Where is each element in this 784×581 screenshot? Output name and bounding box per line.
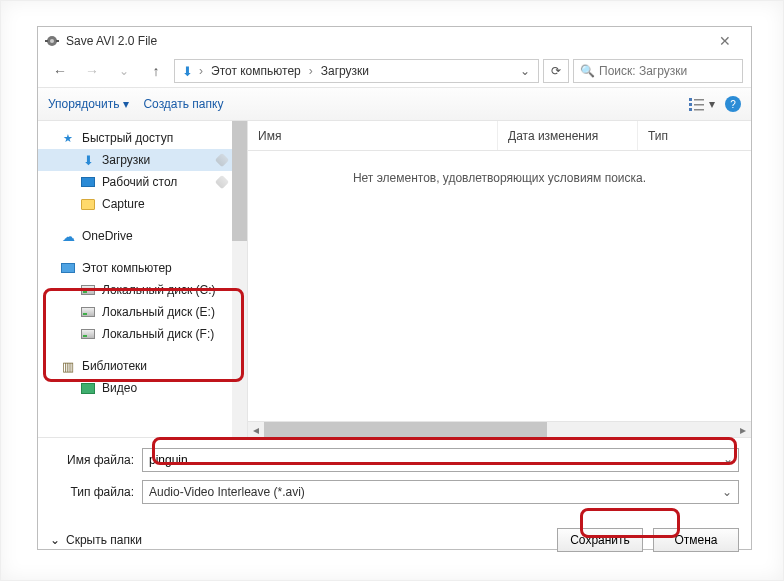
search-icon: 🔍 bbox=[580, 64, 595, 78]
forward-button[interactable]: → bbox=[78, 59, 106, 83]
tree-desktop[interactable]: Рабочий стол bbox=[38, 171, 247, 193]
toolbar: Упорядочить ▾ Создать папку ▾ ? bbox=[38, 87, 751, 121]
dialog-footer: ⌄ Скрыть папки Сохранить Отмена bbox=[38, 520, 751, 564]
refresh-icon: ⟳ bbox=[551, 64, 561, 78]
svg-rect-4 bbox=[689, 98, 692, 101]
back-button[interactable]: ← bbox=[46, 59, 74, 83]
breadcrumb-root[interactable]: Этот компьютер bbox=[207, 64, 305, 78]
arrow-right-icon: → bbox=[85, 63, 99, 79]
svg-rect-2 bbox=[45, 40, 48, 42]
new-folder-button[interactable]: Создать папку bbox=[143, 97, 223, 111]
arrow-up-icon: ↑ bbox=[153, 63, 160, 79]
up-button[interactable]: ↑ bbox=[142, 59, 170, 83]
window-title: Save AVI 2.0 File bbox=[66, 34, 157, 48]
view-options-button[interactable]: ▾ bbox=[689, 97, 715, 111]
file-form: Имя файла: ⌄ Тип файла: Audio-Video Inte… bbox=[38, 438, 751, 520]
organize-menu[interactable]: Упорядочить ▾ bbox=[48, 97, 129, 111]
help-button[interactable]: ? bbox=[725, 96, 741, 112]
column-name[interactable]: Имя bbox=[248, 121, 498, 150]
tree-label: Этот компьютер bbox=[82, 261, 172, 275]
drive-icon bbox=[80, 304, 96, 320]
tree-label: OneDrive bbox=[82, 229, 133, 243]
recent-button[interactable]: ⌄ bbox=[110, 59, 138, 83]
pc-icon bbox=[60, 260, 76, 276]
breadcrumb-current[interactable]: Загрузки bbox=[317, 64, 373, 78]
tree-label: Capture bbox=[102, 197, 145, 211]
new-folder-label: Создать папку bbox=[143, 97, 223, 111]
app-icon bbox=[44, 33, 60, 49]
tree-drive-c[interactable]: Локальный диск (C:) bbox=[38, 279, 247, 301]
save-button[interactable]: Сохранить bbox=[557, 528, 643, 552]
filetype-label: Тип файла: bbox=[50, 485, 142, 499]
scroll-track[interactable] bbox=[264, 422, 735, 437]
download-icon: ⬇ bbox=[80, 152, 96, 168]
column-headers: Имя Дата изменения Тип bbox=[248, 121, 751, 151]
library-icon: ▥ bbox=[60, 358, 76, 374]
tree-label: Библиотеки bbox=[82, 359, 147, 373]
scroll-left-icon[interactable]: ◂ bbox=[248, 423, 264, 437]
tree-videos[interactable]: Видео bbox=[38, 377, 247, 399]
sidebar-scrollbar[interactable] bbox=[232, 121, 247, 437]
tree-drive-e[interactable]: Локальный диск (E:) bbox=[38, 301, 247, 323]
empty-message: Нет элементов, удовлетворяющих условиям … bbox=[248, 151, 751, 421]
tree-quick-access[interactable]: ★ Быстрый доступ bbox=[38, 127, 247, 149]
tree-downloads[interactable]: ⬇ Загрузки bbox=[38, 149, 247, 171]
svg-point-1 bbox=[50, 39, 54, 43]
search-input[interactable] bbox=[599, 64, 736, 78]
svg-rect-9 bbox=[694, 109, 704, 111]
filename-dropdown[interactable]: ⌄ bbox=[723, 452, 733, 466]
breadcrumb-dropdown[interactable]: ⌄ bbox=[516, 64, 534, 78]
tree-drive-f[interactable]: Локальный диск (F:) bbox=[38, 323, 247, 345]
tree-onedrive[interactable]: ☁ OneDrive bbox=[38, 225, 247, 247]
filename-label: Имя файла: bbox=[50, 453, 142, 467]
tree-libraries[interactable]: ▥ Библиотеки bbox=[38, 355, 247, 377]
close-icon: ✕ bbox=[719, 33, 731, 49]
refresh-button[interactable]: ⟳ bbox=[543, 59, 569, 83]
file-list-pane: Имя Дата изменения Тип Нет элементов, уд… bbox=[248, 121, 751, 437]
horizontal-scrollbar[interactable]: ◂ ▸ bbox=[248, 421, 751, 437]
arrow-left-icon: ← bbox=[53, 63, 67, 79]
tree-label: Загрузки bbox=[102, 153, 150, 167]
close-button[interactable]: ✕ bbox=[705, 27, 745, 55]
chevron-right-icon: › bbox=[307, 64, 315, 78]
tree-label: Быстрый доступ bbox=[82, 131, 173, 145]
chevron-right-icon: › bbox=[197, 64, 205, 78]
chevron-down-icon: ⌄ bbox=[722, 485, 732, 499]
search-box[interactable]: 🔍 bbox=[573, 59, 743, 83]
cancel-button[interactable]: Отмена bbox=[653, 528, 739, 552]
svg-rect-8 bbox=[694, 104, 704, 106]
folder-icon bbox=[80, 196, 96, 212]
svg-rect-5 bbox=[689, 103, 692, 106]
drive-icon bbox=[80, 326, 96, 342]
location-icon: ⬇ bbox=[179, 63, 195, 79]
tree-label: Локальный диск (F:) bbox=[102, 327, 214, 341]
chevron-down-icon: ⌄ bbox=[50, 533, 60, 547]
save-dialog: Save AVI 2.0 File ✕ ← → ⌄ ↑ ⬇ › Этот ком… bbox=[37, 26, 752, 550]
dropdown-arrow-icon: ▾ bbox=[709, 97, 715, 111]
column-date[interactable]: Дата изменения bbox=[498, 121, 638, 150]
filename-input[interactable] bbox=[142, 448, 739, 472]
tree-this-pc[interactable]: Этот компьютер bbox=[38, 257, 247, 279]
svg-rect-7 bbox=[694, 99, 704, 101]
navigation-bar: ← → ⌄ ↑ ⬇ › Этот компьютер › Загрузки ⌄ … bbox=[38, 55, 751, 87]
tree-label: Рабочий стол bbox=[102, 175, 177, 189]
navigation-tree: ★ Быстрый доступ ⬇ Загрузки Рабочий стол… bbox=[38, 121, 248, 437]
scroll-thumb[interactable] bbox=[264, 422, 547, 437]
dropdown-arrow-icon: ▾ bbox=[123, 97, 129, 111]
title-bar: Save AVI 2.0 File ✕ bbox=[38, 27, 751, 55]
dialog-body: ★ Быстрый доступ ⬇ Загрузки Рабочий стол… bbox=[38, 121, 751, 437]
svg-rect-6 bbox=[689, 108, 692, 111]
breadcrumb[interactable]: ⬇ › Этот компьютер › Загрузки ⌄ bbox=[174, 59, 539, 83]
tree-capture[interactable]: Capture bbox=[38, 193, 247, 215]
column-type[interactable]: Тип bbox=[638, 121, 751, 150]
filetype-value: Audio-Video Interleave (*.avi) bbox=[149, 485, 305, 499]
scrollbar-thumb[interactable] bbox=[232, 121, 247, 241]
tree-label: Видео bbox=[102, 381, 137, 395]
chevron-down-icon: ⌄ bbox=[119, 64, 129, 78]
tree-label: Локальный диск (C:) bbox=[102, 283, 216, 297]
hide-folders-label: Скрыть папки bbox=[66, 533, 142, 547]
hide-folders-toggle[interactable]: ⌄ Скрыть папки bbox=[50, 533, 142, 547]
filetype-combo[interactable]: Audio-Video Interleave (*.avi) ⌄ bbox=[142, 480, 739, 504]
scroll-right-icon[interactable]: ▸ bbox=[735, 423, 751, 437]
cloud-icon: ☁ bbox=[60, 228, 76, 244]
